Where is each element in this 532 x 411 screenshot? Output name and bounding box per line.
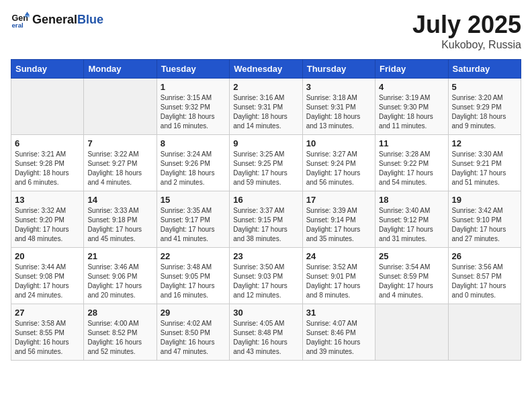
calendar-cell: 23Sunrise: 3:50 AM Sunset: 9:03 PM Dayli…	[230, 248, 302, 304]
calendar-cell: 9Sunrise: 3:25 AM Sunset: 9:25 PM Daylig…	[230, 135, 302, 191]
calendar-cell: 30Sunrise: 4:05 AM Sunset: 8:48 PM Dayli…	[230, 304, 302, 361]
calendar-cell: 26Sunrise: 3:56 AM Sunset: 8:57 PM Dayli…	[448, 248, 521, 304]
day-number: 16	[233, 195, 298, 205]
calendar-title: July 2025	[412, 11, 521, 39]
day-number: 23	[233, 251, 298, 261]
calendar-cell: 18Sunrise: 3:40 AM Sunset: 9:12 PM Dayli…	[375, 191, 448, 248]
day-number: 10	[306, 138, 371, 148]
calendar-cell	[11, 79, 84, 135]
calendar-cell: 8Sunrise: 3:24 AM Sunset: 9:26 PM Daylig…	[157, 135, 229, 191]
calendar-week-row: 6Sunrise: 3:21 AM Sunset: 9:28 PM Daylig…	[11, 135, 521, 191]
day-number: 24	[306, 251, 371, 261]
day-detail: Sunrise: 3:52 AM Sunset: 9:01 PM Dayligh…	[306, 263, 371, 300]
calendar-cell: 13Sunrise: 3:32 AM Sunset: 9:20 PM Dayli…	[11, 191, 84, 248]
day-number: 1	[161, 82, 226, 92]
day-detail: Sunrise: 3:37 AM Sunset: 9:15 PM Dayligh…	[233, 206, 298, 244]
day-detail: Sunrise: 3:28 AM Sunset: 9:22 PM Dayligh…	[379, 150, 444, 187]
calendar-cell: 29Sunrise: 4:02 AM Sunset: 8:50 PM Dayli…	[157, 304, 229, 361]
day-number: 30	[233, 308, 298, 318]
day-number: 28	[87, 308, 152, 318]
calendar-cell: 5Sunrise: 3:20 AM Sunset: 9:29 PM Daylig…	[448, 79, 521, 135]
day-number: 11	[379, 138, 444, 148]
calendar-cell: 28Sunrise: 4:00 AM Sunset: 8:52 PM Dayli…	[84, 304, 157, 361]
calendar-cell: 11Sunrise: 3:28 AM Sunset: 9:22 PM Dayli…	[375, 135, 448, 191]
weekday-header-friday: Friday	[375, 60, 448, 79]
day-number: 21	[87, 251, 152, 261]
weekday-header-thursday: Thursday	[302, 60, 375, 79]
day-detail: Sunrise: 3:50 AM Sunset: 9:03 PM Dayligh…	[233, 263, 298, 300]
weekday-header-saturday: Saturday	[448, 60, 521, 79]
calendar-cell: 27Sunrise: 3:58 AM Sunset: 8:55 PM Dayli…	[11, 304, 84, 361]
calendar-cell: 2Sunrise: 3:16 AM Sunset: 9:31 PM Daylig…	[230, 79, 302, 135]
weekday-header-sunday: Sunday	[11, 60, 84, 79]
calendar-week-row: 20Sunrise: 3:44 AM Sunset: 9:08 PM Dayli…	[11, 248, 521, 304]
day-number: 4	[379, 82, 444, 92]
calendar-cell: 16Sunrise: 3:37 AM Sunset: 9:15 PM Dayli…	[230, 191, 302, 248]
day-detail: Sunrise: 3:18 AM Sunset: 9:31 PM Dayligh…	[306, 93, 371, 131]
day-detail: Sunrise: 3:35 AM Sunset: 9:17 PM Dayligh…	[161, 206, 226, 244]
day-number: 25	[379, 251, 444, 261]
calendar-cell: 31Sunrise: 4:07 AM Sunset: 8:46 PM Dayli…	[302, 304, 375, 361]
day-number: 31	[306, 308, 371, 318]
day-detail: Sunrise: 3:56 AM Sunset: 8:57 PM Dayligh…	[452, 263, 517, 300]
calendar-cell: 15Sunrise: 3:35 AM Sunset: 9:17 PM Dayli…	[157, 191, 229, 248]
day-detail: Sunrise: 3:21 AM Sunset: 9:28 PM Dayligh…	[15, 150, 80, 187]
day-number: 14	[87, 195, 152, 205]
day-number: 18	[379, 195, 444, 205]
day-number: 6	[15, 138, 80, 148]
calendar-cell	[448, 304, 521, 361]
title-block: July 2025 Kukoboy, Russia	[412, 11, 521, 51]
calendar-cell: 10Sunrise: 3:27 AM Sunset: 9:24 PM Dayli…	[302, 135, 375, 191]
logo-text-blue: Blue	[77, 13, 103, 26]
calendar-week-row: 27Sunrise: 3:58 AM Sunset: 8:55 PM Dayli…	[11, 304, 521, 361]
calendar-cell: 22Sunrise: 3:48 AM Sunset: 9:05 PM Dayli…	[157, 248, 229, 304]
day-number: 8	[161, 138, 226, 148]
day-detail: Sunrise: 3:30 AM Sunset: 9:21 PM Dayligh…	[452, 150, 517, 187]
calendar-cell: 12Sunrise: 3:30 AM Sunset: 9:21 PM Dayli…	[448, 135, 521, 191]
day-detail: Sunrise: 3:32 AM Sunset: 9:20 PM Dayligh…	[15, 206, 80, 244]
calendar-cell: 4Sunrise: 3:19 AM Sunset: 9:30 PM Daylig…	[375, 79, 448, 135]
calendar-cell: 14Sunrise: 3:33 AM Sunset: 9:18 PM Dayli…	[84, 191, 157, 248]
day-number: 20	[15, 251, 80, 261]
day-detail: Sunrise: 3:20 AM Sunset: 9:29 PM Dayligh…	[452, 93, 517, 131]
calendar-cell	[375, 304, 448, 361]
calendar-week-row: 13Sunrise: 3:32 AM Sunset: 9:20 PM Dayli…	[11, 191, 521, 248]
day-detail: Sunrise: 3:15 AM Sunset: 9:32 PM Dayligh…	[161, 93, 226, 131]
day-detail: Sunrise: 3:44 AM Sunset: 9:08 PM Dayligh…	[15, 263, 80, 300]
day-number: 17	[306, 195, 371, 205]
calendar-cell	[84, 79, 157, 135]
day-detail: Sunrise: 4:02 AM Sunset: 8:50 PM Dayligh…	[161, 319, 226, 357]
svg-text:eral: eral	[11, 21, 24, 29]
day-detail: Sunrise: 3:22 AM Sunset: 9:27 PM Dayligh…	[87, 150, 152, 187]
weekday-header-monday: Monday	[84, 60, 157, 79]
day-detail: Sunrise: 3:40 AM Sunset: 9:12 PM Dayligh…	[379, 206, 444, 244]
calendar-cell: 24Sunrise: 3:52 AM Sunset: 9:01 PM Dayli…	[302, 248, 375, 304]
day-number: 9	[233, 138, 298, 148]
day-number: 5	[452, 82, 517, 92]
day-detail: Sunrise: 3:16 AM Sunset: 9:31 PM Dayligh…	[233, 93, 298, 131]
calendar-subtitle: Kukoboy, Russia	[412, 39, 521, 51]
day-detail: Sunrise: 3:48 AM Sunset: 9:05 PM Dayligh…	[161, 263, 226, 300]
day-number: 12	[452, 138, 517, 148]
calendar-cell: 7Sunrise: 3:22 AM Sunset: 9:27 PM Daylig…	[84, 135, 157, 191]
day-detail: Sunrise: 3:42 AM Sunset: 9:10 PM Dayligh…	[452, 206, 517, 244]
calendar-cell: 1Sunrise: 3:15 AM Sunset: 9:32 PM Daylig…	[157, 79, 229, 135]
day-detail: Sunrise: 3:33 AM Sunset: 9:18 PM Dayligh…	[87, 206, 152, 244]
calendar-cell: 25Sunrise: 3:54 AM Sunset: 8:59 PM Dayli…	[375, 248, 448, 304]
day-number: 26	[452, 251, 517, 261]
weekday-header-wednesday: Wednesday	[230, 60, 302, 79]
logo: Gen eral GeneralBlue	[11, 11, 103, 30]
calendar-table: SundayMondayTuesdayWednesdayThursdayFrid…	[11, 59, 521, 361]
day-detail: Sunrise: 3:58 AM Sunset: 8:55 PM Dayligh…	[15, 319, 80, 357]
logo-text-general: General	[32, 13, 77, 26]
day-detail: Sunrise: 3:46 AM Sunset: 9:06 PM Dayligh…	[87, 263, 152, 300]
calendar-cell: 21Sunrise: 3:46 AM Sunset: 9:06 PM Dayli…	[84, 248, 157, 304]
day-detail: Sunrise: 4:05 AM Sunset: 8:48 PM Dayligh…	[233, 319, 298, 357]
day-detail: Sunrise: 3:27 AM Sunset: 9:24 PM Dayligh…	[306, 150, 371, 187]
calendar-week-row: 1Sunrise: 3:15 AM Sunset: 9:32 PM Daylig…	[11, 79, 521, 135]
day-number: 3	[306, 82, 371, 92]
day-number: 7	[87, 138, 152, 148]
day-detail: Sunrise: 3:24 AM Sunset: 9:26 PM Dayligh…	[161, 150, 226, 187]
day-number: 13	[15, 195, 80, 205]
day-detail: Sunrise: 3:19 AM Sunset: 9:30 PM Dayligh…	[379, 93, 444, 131]
